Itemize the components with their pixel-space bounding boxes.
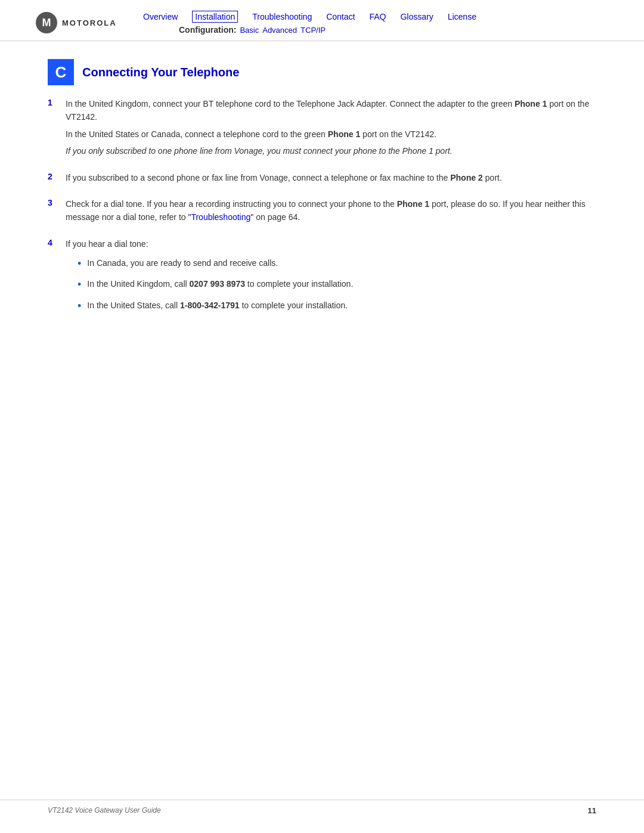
main-content: C Connecting Your Telephone 1 In the Uni… <box>0 41 644 365</box>
item3-text1-end: on page 64. <box>253 212 300 222</box>
list-item: 2 If you subscribed to a second phone or… <box>48 171 596 188</box>
nav-basic[interactable]: Basic <box>240 26 259 35</box>
bullet-list: • In Canada, you are ready to send and r… <box>78 256 596 314</box>
section-icon: C <box>48 59 74 85</box>
item2-bold1: Phone 2 <box>450 173 482 182</box>
list-item: 3 Check for a dial tone. If you hear a r… <box>48 197 596 228</box>
item1-bold2: Phone 1 <box>328 129 360 139</box>
navigation: Overview Installation Troubleshooting Co… <box>143 11 608 35</box>
footer-left-text: VT2142 Voice Gateway User Guide <box>48 806 161 815</box>
uk-phone-bold: 0207 993 8973 <box>190 279 245 289</box>
item3-bold1: Phone 1 <box>397 199 429 209</box>
item-content-4: If you hear a dial tone: • In Canada, yo… <box>66 237 596 320</box>
nav-overview[interactable]: Overview <box>143 12 178 21</box>
nav-top-row: Overview Installation Troubleshooting Co… <box>143 11 608 23</box>
troubleshooting-link[interactable]: "Troubleshooting" <box>188 212 253 222</box>
list-item: • In the United States, call 1-800-342-1… <box>78 299 596 314</box>
page-number: 11 <box>588 806 596 815</box>
nav-faq[interactable]: FAQ <box>369 12 386 21</box>
nav-troubleshooting[interactable]: Troubleshooting <box>252 12 312 21</box>
nav-installation[interactable]: Installation <box>192 11 238 23</box>
nav-bottom-row: Configuration: Basic Advanced TCP/IP <box>179 25 608 35</box>
bullet-text-1: In Canada, you are ready to send and rec… <box>87 256 278 270</box>
item-content-2: If you subscribed to a second phone or f… <box>66 171 596 188</box>
bullet-text-2: In the United Kingdom, call 0207 993 897… <box>87 277 353 290</box>
bullet-icon: • <box>78 277 81 292</box>
bullet-icon: • <box>78 256 81 271</box>
logo-area: M MOTOROLA <box>36 12 119 33</box>
section-header: C Connecting Your Telephone <box>48 59 596 85</box>
page-title: Connecting Your Telephone <box>82 66 239 79</box>
list-item: 1 In the United Kingdom, connect your BT… <box>48 97 596 162</box>
item1-italic: If you only subscribed to one phone line… <box>66 144 596 157</box>
list-num-1: 1 <box>48 97 66 107</box>
list-num-3: 3 <box>48 197 66 208</box>
item-content-1: In the United Kingdom, connect your BT t… <box>66 97 596 162</box>
nav-advanced[interactable]: Advanced <box>262 26 297 35</box>
list-num-4: 4 <box>48 237 66 247</box>
item-content-3: Check for a dial tone. If you hear a rec… <box>66 197 596 228</box>
nav-tcpip[interactable]: TCP/IP <box>301 26 326 35</box>
motorola-logo-icon: M <box>36 12 57 33</box>
list-item: • In the United Kingdom, call 0207 993 8… <box>78 277 596 292</box>
bullet-icon: • <box>78 299 81 314</box>
nav-contact[interactable]: Contact <box>326 12 355 21</box>
item2-text1: If you subscribed to a second phone or f… <box>66 173 450 182</box>
item1-text2: In the United States or Canada, connect … <box>66 129 328 139</box>
item4-text1: If you hear a dial tone: <box>66 237 596 250</box>
header: M MOTOROLA Overview Installation Trouble… <box>0 0 644 41</box>
item2-text1-end: port. <box>483 173 502 182</box>
list-item: • In Canada, you are ready to send and r… <box>78 256 596 271</box>
nav-license[interactable]: License <box>448 12 476 21</box>
us-phone-bold: 1-800-342-1791 <box>180 301 240 310</box>
item3-text1: Check for a dial tone. If you hear a rec… <box>66 199 397 209</box>
list-item: 4 If you hear a dial tone: • In Canada, … <box>48 237 596 320</box>
numbered-list: 1 In the United Kingdom, connect your BT… <box>48 97 596 320</box>
item1-text1: In the United Kingdom, connect your BT t… <box>66 99 515 109</box>
list-num-2: 2 <box>48 171 66 181</box>
item1-text2-end: port on the VT2142. <box>360 129 436 139</box>
config-label: Configuration: <box>179 25 236 35</box>
nav-glossary[interactable]: Glossary <box>400 12 433 21</box>
logo-text: MOTOROLA <box>62 18 117 27</box>
item1-bold1: Phone 1 <box>515 99 547 109</box>
bullet-text-3: In the United States, call 1-800-342-179… <box>87 299 348 312</box>
footer: VT2142 Voice Gateway User Guide 11 <box>0 800 644 815</box>
